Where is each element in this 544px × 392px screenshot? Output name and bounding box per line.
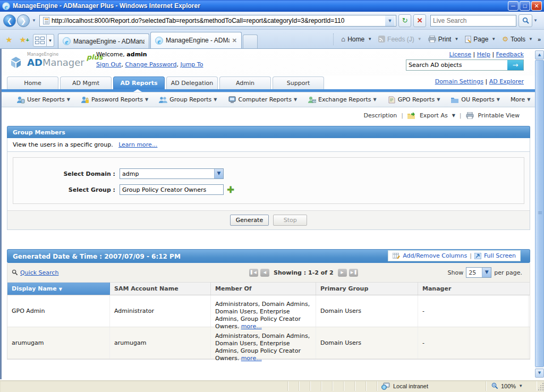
ou-reports-icon [450, 96, 459, 104]
computer-reports-menu[interactable]: Computer Reports▼ [228, 96, 298, 104]
page-button[interactable]: Page▼ [462, 34, 498, 45]
page-icon [465, 36, 471, 43]
cell-sam-account-name: arumugam [110, 327, 211, 359]
url-field[interactable]: ▼ [39, 15, 396, 27]
domain-settings-link[interactable]: Domain Settings [435, 78, 483, 85]
back-button[interactable]: ❮ [3, 14, 16, 27]
prev-page-icon[interactable]: ◀ [260, 269, 269, 277]
refresh-button[interactable]: ↻ [398, 14, 411, 27]
last-page-icon[interactable]: ▶▐ [349, 269, 358, 277]
ad-search-go-icon[interactable]: → [507, 60, 523, 70]
select-group-label: Select Group : [13, 186, 120, 193]
live-search-input[interactable] [433, 17, 515, 24]
column-sam-account-name[interactable]: SAM Account Name [110, 283, 211, 295]
quick-tabs-icon[interactable] [33, 34, 47, 47]
local-intranet-icon [381, 382, 390, 390]
generate-button[interactable]: Generate [230, 215, 269, 226]
scroll-up-icon[interactable]: ▲ [535, 50, 544, 59]
ad-explorer-link[interactable]: AD Explorer [489, 78, 524, 85]
browser-tab-2-active[interactable]: e ManageEngine - ADMana... ✕ [150, 32, 242, 48]
help-link[interactable]: Help [477, 51, 490, 58]
add-remove-columns-link[interactable]: Add/Remove Columns [403, 252, 467, 259]
cell-display-name: GPO Admin [7, 295, 110, 327]
export-as-button[interactable]: Export As [420, 112, 448, 119]
exchange-reports-icon [308, 96, 316, 104]
search-go-button[interactable] [518, 14, 532, 27]
first-page-icon[interactable]: ▌◀ [249, 269, 258, 277]
exchange-reports-menu[interactable]: Exchange Reports▼ [308, 96, 377, 104]
panel-subtitle: View the users in a specific group. [13, 141, 113, 148]
page-size-select[interactable]: 25 ▼ [466, 267, 491, 278]
column-member-of[interactable]: Member Of [211, 283, 316, 295]
browser-tab-1[interactable]: e ManageEngine - ADManager ... [58, 33, 149, 48]
close-button[interactable]: ✕ [531, 1, 542, 11]
vertical-scrollbar[interactable]: ▲ ▼ [535, 50, 544, 378]
tools-button[interactable]: ⚙ Tools▼ [499, 33, 536, 45]
ad-object-search[interactable]: → [406, 59, 524, 71]
gpo-reports-menu[interactable]: GPO Reports▼ [387, 96, 440, 104]
password-reports-menu[interactable]: Password Reports▼ [81, 96, 148, 104]
user-reports-menu[interactable]: User Reports▼ [16, 96, 70, 104]
printable-view-button[interactable]: Printable View [478, 112, 520, 119]
home-icon: ⌂ [341, 35, 345, 43]
column-primary-group[interactable]: Primary Group [316, 283, 418, 295]
license-link[interactable]: License [449, 51, 471, 58]
more-menu[interactable]: More▼ [511, 96, 530, 103]
next-page-icon[interactable]: ▶ [338, 269, 347, 277]
zoom-icon [491, 382, 498, 389]
scrollbar-thumb[interactable] [535, 60, 544, 367]
stop-button-report[interactable]: Stop [273, 215, 307, 226]
tab-list-dropdown-icon[interactable]: ▼ [47, 34, 54, 47]
url-dropdown-icon[interactable]: ▼ [385, 15, 395, 26]
tab-favicon-icon: e [63, 37, 71, 45]
tab-favicon-icon: e [155, 37, 163, 45]
group-input[interactable] [120, 184, 224, 195]
quick-search-link[interactable]: Quick Search [20, 269, 58, 276]
cell-manager: - [418, 327, 529, 359]
stop-button[interactable]: ✕ [413, 14, 426, 27]
close-tab-icon[interactable]: ✕ [232, 37, 237, 44]
quick-search[interactable]: Quick Search [12, 269, 58, 276]
add-favorite-icon[interactable]: ★ [16, 33, 30, 47]
home-button[interactable]: ⌂ Home▼ [338, 33, 375, 45]
resize-grip[interactable] [537, 381, 544, 391]
column-display-name[interactable]: Display Name▼ [7, 283, 110, 295]
learn-more-link[interactable]: Learn more... [118, 141, 157, 148]
zoom-dropdown-icon[interactable]: ▼ [518, 384, 523, 388]
zoom-control[interactable]: 100% ▼ [486, 381, 537, 391]
tab-admin[interactable]: Admin [219, 76, 271, 89]
group-reports-menu[interactable]: Group Reports▼ [159, 96, 217, 104]
new-tab-stub[interactable] [243, 35, 258, 48]
print-button[interactable]: Print▼ [426, 34, 462, 45]
ad-search-input[interactable] [406, 60, 507, 70]
command-overflow-icon[interactable]: » [538, 36, 541, 42]
search-options-dropdown-icon[interactable]: ▼ [533, 18, 538, 23]
favorites-center-icon[interactable]: ★ [2, 33, 16, 47]
tab-ad-reports[interactable]: AD Reports [113, 76, 165, 89]
more-link[interactable]: more... [241, 355, 262, 362]
tab-ad-delegation[interactable]: AD Delegation [166, 76, 218, 89]
feeds-button[interactable]: Feeds (J)▼ [376, 34, 424, 45]
add-group-icon[interactable]: ✚ [227, 184, 234, 195]
jump-to-link[interactable]: Jump To [180, 61, 203, 68]
ou-reports-menu[interactable]: OU Reports▼ [450, 96, 500, 104]
tab-ad-mgmt[interactable]: AD Mgmt [60, 76, 112, 89]
minimize-button[interactable]: ─ [508, 1, 518, 11]
column-manager[interactable]: Manager [418, 283, 529, 295]
history-dropdown-icon[interactable]: ▼ [32, 18, 36, 23]
url-input[interactable] [52, 17, 385, 24]
cell-member-of: Administrators, Domain Admins, Domain Us… [211, 327, 316, 359]
scroll-down-icon[interactable]: ▼ [535, 369, 544, 378]
change-password-link[interactable]: Change Password [125, 61, 176, 68]
full-screen-link[interactable]: Full Screen [484, 252, 516, 259]
tab-home[interactable]: Home [7, 76, 58, 89]
description-link[interactable]: Description [364, 112, 397, 119]
tab-support[interactable]: Support [273, 76, 324, 89]
forward-button[interactable]: ❯ [17, 14, 30, 27]
feedback-link[interactable]: Feedback [496, 51, 524, 58]
sign-out-link[interactable]: Sign Out [96, 61, 121, 68]
maximize-button[interactable]: □ [520, 1, 530, 11]
domain-select[interactable]: admp ▼ [120, 168, 224, 179]
live-search-box[interactable] [430, 15, 516, 27]
export-as-icon [407, 112, 415, 119]
